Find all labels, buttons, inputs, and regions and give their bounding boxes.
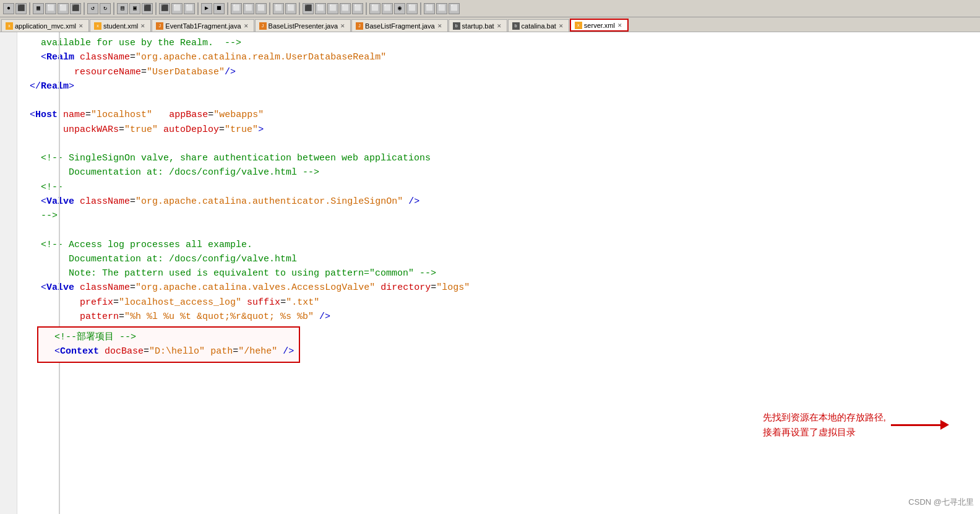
- code-editor[interactable]: available for use by the Realm. --> <Rea…: [0, 32, 980, 514]
- java-icon: J: [356, 22, 363, 30]
- valve-pattern-value: "%h %l %u %t &quot;%r&quot; %s %b": [124, 311, 314, 322]
- toolbar-sep-9: [366, 2, 367, 15]
- code-content: available for use by the Realm. --> <Rea…: [0, 32, 980, 514]
- xml-icon: x: [6, 22, 13, 30]
- realm-classname-value: "org.apache.catalina.realm.UserDatabaseR…: [135, 52, 386, 63]
- toolbar-icon-26[interactable]: ⬜: [352, 3, 363, 14]
- tab-label: catalina.bat: [522, 22, 556, 30]
- toolbar-icon-16[interactable]: ⏹: [213, 3, 225, 14]
- tab-startup-bat[interactable]: b startup.bat ✕: [449, 19, 507, 32]
- toolbar-icon-5[interactable]: ⬜: [58, 3, 69, 14]
- toolbar-sep-1: [29, 2, 30, 15]
- bat-icon: b: [512, 22, 520, 30]
- tab-label: student.xml: [103, 22, 138, 30]
- toolbar-icon-18[interactable]: ⬜: [243, 3, 254, 14]
- annotation-area: 先找到资源在本地的存放路径, 接着再设置了虚拟目录: [763, 410, 949, 440]
- realm-classname-attr: className: [80, 52, 130, 63]
- comment-singlesignon: <!-- SingleSignOn valve, share authentic…: [19, 153, 431, 178]
- toolbar-icon-24[interactable]: ⬜: [327, 3, 338, 14]
- tab-base-list-fragment[interactable]: J BaseListFragment.java ✕: [351, 19, 448, 32]
- toolbar-icon-3[interactable]: ▦: [33, 3, 44, 14]
- toolbar-icon-17[interactable]: ⬜: [231, 3, 242, 14]
- valve-accesslog-classname-value: "org.apache.catalina.valves.AccessLogVal…: [135, 282, 375, 293]
- toolbar-icon-19[interactable]: ⬜: [256, 3, 267, 14]
- toolbar-icon-30[interactable]: ⬜: [406, 3, 418, 14]
- toolbar-icon-8[interactable]: ↻: [100, 3, 111, 14]
- valve-singlesignon-close: />: [403, 196, 419, 207]
- toolbar-icon-33[interactable]: ⬜: [449, 3, 460, 14]
- tab-student-xml[interactable]: x student.xml ✕: [90, 19, 151, 32]
- valve-directory-value: "logs": [436, 282, 470, 293]
- host-appbase-value: "webapps": [213, 110, 264, 120]
- toolbar-icon-15[interactable]: ▶: [201, 3, 212, 14]
- host-unpackwars-value: "true": [124, 124, 158, 135]
- tab-label: BaseListFragment.java: [365, 22, 435, 30]
- toolbar-icon-9[interactable]: ▤: [117, 3, 128, 14]
- comment-close: -->: [19, 211, 58, 221]
- toolbar-icon-28[interactable]: ⬜: [382, 3, 393, 14]
- toolbar-icon-25[interactable]: ⬜: [340, 3, 351, 14]
- toolbar-icon-13[interactable]: ⬜: [171, 3, 183, 14]
- tab-close-app-mvc[interactable]: ✕: [79, 23, 84, 29]
- deploy-comment-pre: <!--部署项目 --> <Context docBase="D:\hello"…: [43, 330, 294, 359]
- host-autodeploy-attr: autoDeploy: [163, 124, 219, 135]
- host-name-value: "localhost": [91, 110, 152, 120]
- toolbar-icon-22[interactable]: ⬛: [303, 3, 314, 14]
- toolbar-sep-2: [84, 2, 85, 15]
- comment-open: <!--: [19, 182, 63, 193]
- toolbar-sep-5: [197, 2, 199, 15]
- tab-bar: x application_mvc.xml ✕ x student.xml ✕ …: [0, 17, 980, 32]
- toolbar-icon-31[interactable]: ⬜: [424, 3, 435, 14]
- valve-directory-attr: directory: [380, 282, 431, 293]
- tab-close-student[interactable]: ✕: [140, 23, 145, 29]
- host-name-attr: name: [63, 110, 85, 120]
- host-unpackwars-attr: unpackWARs: [19, 124, 119, 135]
- tab-event-tab1[interactable]: J EventTab1Fragment.java ✕: [152, 19, 254, 32]
- toolbar-icon-2[interactable]: ⬛: [15, 3, 27, 14]
- host-open: <Host: [19, 110, 58, 120]
- toolbar-icon-21[interactable]: ⬜: [285, 3, 296, 14]
- tab-application-mvc[interactable]: x application_mvc.xml ✕: [1, 19, 89, 32]
- valve-accesslog-open: <Valve: [19, 282, 74, 293]
- toolbar-icon-7[interactable]: ↺: [87, 3, 98, 14]
- toolbar-icon-1[interactable]: ●: [3, 3, 14, 14]
- toolbar-icon-29[interactable]: ◉: [394, 3, 405, 14]
- tab-close-server[interactable]: ✕: [617, 22, 622, 28]
- csdn-watermark: CSDN @七寻北里: [908, 497, 974, 508]
- toolbar-icon-11[interactable]: ⬛: [142, 3, 153, 14]
- tab-label: application_mvc.xml: [15, 22, 76, 30]
- toolbar-icon-27[interactable]: ⬜: [369, 3, 380, 14]
- toolbar-icon-4[interactable]: ⬜: [45, 3, 56, 14]
- annotation-line1: 先找到资源在本地的存放路径,: [763, 412, 886, 422]
- toolbar-icon-20[interactable]: ⬜: [273, 3, 284, 14]
- host-appbase-attr: appBase: [169, 110, 208, 120]
- tab-base-list-presenter[interactable]: J BaseListPresenter.java ✕: [255, 19, 351, 32]
- realm-close: />: [225, 67, 236, 77]
- valve-pattern-attr: pattern: [19, 311, 119, 322]
- toolbar-icon-14[interactable]: ⬜: [184, 3, 195, 14]
- tab-close-fragment[interactable]: ✕: [437, 23, 442, 29]
- valve-suffix-value: ".txt": [286, 297, 319, 308]
- comment-access-log: <!-- Access log processes all example. D…: [19, 240, 436, 279]
- arrow-head: [940, 420, 949, 430]
- toolbar-icon-32[interactable]: ⬜: [436, 3, 447, 14]
- tab-close-event[interactable]: ✕: [244, 23, 249, 29]
- tab-label: EventTab1Fragment.java: [165, 22, 241, 30]
- code-pre: available for use by the Realm. --> <Rea…: [19, 36, 974, 324]
- toolbar-sep-8: [299, 2, 300, 15]
- tab-close-startup[interactable]: ✕: [497, 23, 502, 29]
- host-close-bracket: >: [258, 124, 264, 135]
- xml-icon: x: [94, 22, 101, 30]
- arrow-line: [891, 424, 940, 426]
- valve-pattern-close: />: [314, 311, 330, 322]
- tab-close-catalina[interactable]: ✕: [559, 23, 564, 29]
- toolbar-icon-6[interactable]: ⬛: [70, 3, 81, 14]
- toolbar-icon-23[interactable]: ⬜: [315, 3, 326, 14]
- tab-close-presenter[interactable]: ✕: [340, 23, 345, 29]
- deploy-comment: <!--部署项目 -->: [43, 332, 136, 342]
- tab-catalina-bat[interactable]: b catalina.bat ✕: [508, 19, 569, 32]
- vertical-indicator: [59, 32, 60, 514]
- tab-server-xml[interactable]: x server.xml ✕: [570, 19, 629, 32]
- toolbar-icon-10[interactable]: ▣: [129, 3, 140, 14]
- toolbar-icon-12[interactable]: ⬛: [159, 3, 170, 14]
